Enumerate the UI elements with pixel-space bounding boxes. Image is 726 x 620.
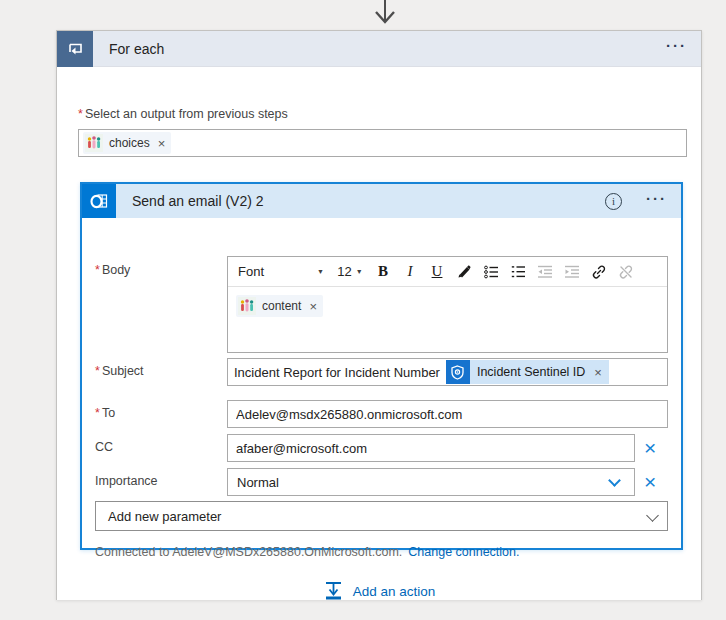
content-token-remove-icon[interactable]: × xyxy=(309,300,317,313)
connection-status: Connected to AdeleV@MSDx265880.OnMicroso… xyxy=(95,545,520,559)
indent-icon[interactable] xyxy=(559,260,585,284)
subject-label: *Subject xyxy=(95,364,144,378)
select-output-input[interactable]: choices × xyxy=(78,129,687,157)
for-each-body: *Select an output from previous steps ch… xyxy=(57,67,701,600)
for-each-title: For each xyxy=(93,41,658,57)
add-action-icon xyxy=(323,581,344,601)
subject-text: Incident Report for Incident Number xyxy=(234,365,440,380)
sentinel-shield-icon xyxy=(446,360,470,384)
body-content-area[interactable]: content × xyxy=(228,287,667,325)
loop-icon xyxy=(57,31,93,67)
sentinel-token-label: Incident Sentinel ID xyxy=(477,365,585,379)
choices-token-label: choices xyxy=(109,136,150,150)
importance-label: Importance xyxy=(95,474,158,488)
content-token-label: content xyxy=(262,299,301,313)
select-output-label: *Select an output from previous steps xyxy=(78,107,288,121)
italic-button[interactable]: I xyxy=(397,260,423,284)
to-label: *To xyxy=(95,406,115,420)
add-new-parameter-label: Add new parameter xyxy=(108,509,221,524)
importance-dropdown[interactable]: Normal xyxy=(227,468,635,496)
importance-value: Normal xyxy=(237,475,279,490)
people-icon xyxy=(238,297,256,315)
content-token[interactable]: content × xyxy=(236,295,323,317)
numbered-list-icon[interactable] xyxy=(505,260,531,284)
send-email-card: Send an email (V2) 2 i ··· *Body Font ▼ xyxy=(80,182,683,550)
people-icon xyxy=(85,134,103,152)
body-rich-text-editor[interactable]: Font ▼ 12 ▼ B I U xyxy=(227,256,668,353)
underline-button[interactable]: U xyxy=(424,260,450,284)
link-icon[interactable] xyxy=(586,260,612,284)
bold-button[interactable]: B xyxy=(370,260,396,284)
importance-clear-icon[interactable]: × xyxy=(644,471,656,492)
for-each-header[interactable]: For each ··· xyxy=(57,31,701,67)
cc-clear-icon[interactable]: × xyxy=(644,437,656,458)
send-email-title: Send an email (V2) 2 xyxy=(116,193,605,209)
add-an-action-label: Add an action xyxy=(353,584,436,599)
to-input[interactable] xyxy=(227,400,668,428)
body-label: *Body xyxy=(95,263,130,277)
send-email-header[interactable]: Send an email (V2) 2 i ··· xyxy=(82,184,681,218)
unlink-icon[interactable] xyxy=(613,260,639,284)
chevron-down-icon: ▼ xyxy=(356,268,363,275)
required-marker: * xyxy=(78,107,83,121)
choices-token-remove-icon[interactable]: × xyxy=(158,137,166,150)
add-an-action-button[interactable]: Add an action xyxy=(57,581,701,601)
change-connection-link[interactable]: Change connection. xyxy=(408,545,519,559)
send-email-form: *Body Font ▼ 12 ▼ B I U xyxy=(82,218,681,548)
choices-token[interactable]: choices × xyxy=(83,132,171,154)
for-each-menu-button[interactable]: ··· xyxy=(658,37,701,60)
incident-sentinel-id-token[interactable]: Incident Sentinel ID × xyxy=(446,360,609,384)
sentinel-token-remove-icon[interactable]: × xyxy=(594,366,602,379)
outdent-icon[interactable] xyxy=(532,260,558,284)
bullet-list-icon[interactable] xyxy=(478,260,504,284)
send-email-menu-button[interactable]: ··· xyxy=(638,190,681,213)
font-size-dropdown[interactable]: 12 ▼ xyxy=(331,264,369,279)
cc-label: CC xyxy=(95,440,113,454)
add-new-parameter-dropdown[interactable]: Add new parameter xyxy=(95,501,668,531)
font-family-dropdown[interactable]: Font ▼ xyxy=(234,264,330,279)
connected-to-text: Connected to AdeleV@MSDx265880.OnMicroso… xyxy=(95,545,402,559)
chevron-down-icon: ▼ xyxy=(317,268,330,275)
outlook-icon xyxy=(82,184,116,218)
info-icon[interactable]: i xyxy=(605,193,622,210)
cc-input[interactable] xyxy=(227,434,635,462)
for-each-card: For each ··· *Select an output from prev… xyxy=(56,30,702,600)
subject-input[interactable]: Incident Report for Incident Number Inci… xyxy=(227,358,668,386)
connector-down-arrow-icon xyxy=(371,0,399,27)
body-toolbar: Font ▼ 12 ▼ B I U xyxy=(228,257,667,287)
pen-icon[interactable] xyxy=(451,260,477,284)
